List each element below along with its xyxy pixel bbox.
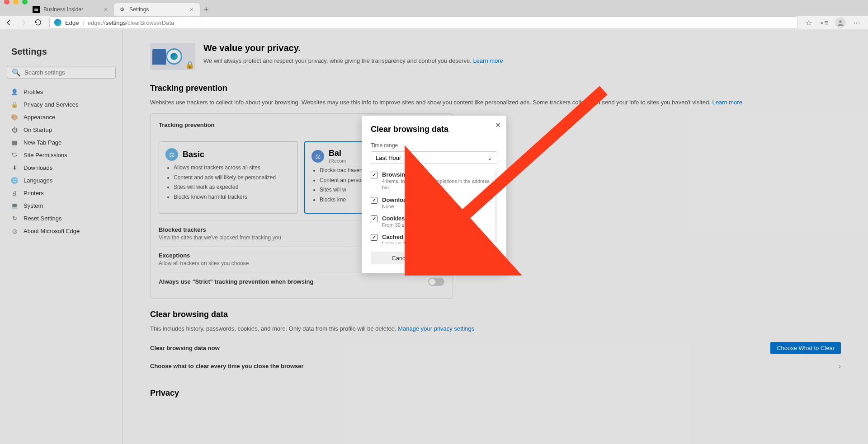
address-bar[interactable]: Edge | edge://settings/clearBrowserData: [49, 16, 797, 29]
cancel-button[interactable]: Cancel: [371, 252, 431, 264]
checkbox[interactable]: [371, 215, 377, 222]
time-range-label: Time range: [371, 142, 497, 149]
forward-button[interactable]: [19, 18, 28, 27]
profile-avatar[interactable]: [835, 17, 846, 28]
favorite-icon[interactable]: ☆: [804, 18, 813, 27]
toolbar: Edge | edge://settings/clearBrowserData …: [0, 16, 868, 29]
more-icon[interactable]: ⋯: [852, 18, 861, 27]
check-item[interactable]: Cookies and other site dataFrom 30 sites…: [371, 215, 493, 228]
checkbox[interactable]: [371, 234, 377, 241]
modal-title: Clear browsing data: [371, 125, 497, 134]
new-tab-button[interactable]: +: [200, 3, 212, 16]
clear-now-button[interactable]: Clear Now: [434, 252, 497, 264]
maximize-window[interactable]: [22, 0, 28, 5]
svg-point-0: [839, 20, 842, 23]
chevron-down-icon: ⌄: [487, 154, 492, 161]
time-range-select[interactable]: Last Hour ⌄: [371, 151, 497, 164]
close-window[interactable]: [4, 0, 9, 5]
close-modal-icon[interactable]: ✕: [495, 121, 501, 130]
edge-icon: [54, 19, 61, 26]
back-button[interactable]: [5, 18, 14, 27]
close-tab-icon[interactable]: ×: [188, 6, 195, 13]
clear-browsing-modal: ✕ Clear browsing data Time range Last Ho…: [362, 116, 506, 273]
checkbox[interactable]: [371, 172, 377, 178]
bi-favicon: BI: [33, 6, 40, 13]
refresh-button[interactable]: [33, 18, 42, 27]
tab-title: Business Insider: [43, 6, 83, 13]
check-item[interactable]: Cached images and filesFrees up 15.1 MB.…: [371, 234, 493, 243]
gear-icon: ⚙: [118, 6, 126, 13]
tab-business-insider[interactable]: BI Business Insider ×: [28, 3, 114, 16]
tab-title: Settings: [129, 6, 149, 13]
url-protocol: Edge: [65, 19, 79, 26]
check-item[interactable]: Download historyNone: [371, 196, 493, 210]
minimize-window[interactable]: [13, 0, 19, 5]
checkbox[interactable]: [371, 197, 377, 204]
favorites-list-icon[interactable]: ⋆≡: [820, 18, 829, 27]
tab-settings[interactable]: ⚙ Settings ×: [114, 3, 200, 16]
check-item[interactable]: Browsing history4 items. Includes autoco…: [371, 171, 493, 191]
close-tab-icon[interactable]: ×: [102, 6, 109, 13]
tab-bar: BI Business Insider × ⚙ Settings × +: [0, 2, 868, 16]
